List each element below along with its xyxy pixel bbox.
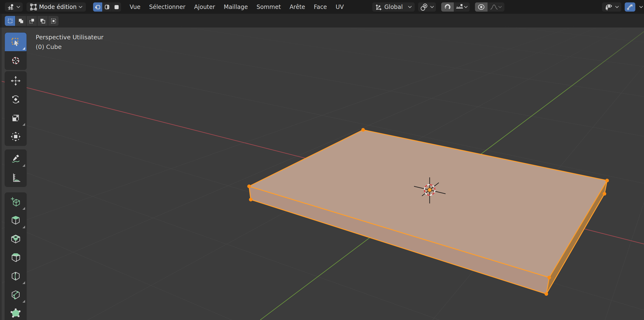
select-subtract-icon bbox=[29, 18, 35, 24]
transform-orientation-dropdown[interactable]: Global bbox=[372, 3, 415, 12]
subtool-indicator bbox=[22, 300, 25, 303]
select-mode-edge-button[interactable] bbox=[102, 3, 112, 12]
toolbar-group-select bbox=[5, 33, 26, 70]
rotate-icon bbox=[10, 94, 21, 105]
transform-icon bbox=[10, 131, 21, 142]
subtool-indicator bbox=[22, 281, 25, 284]
tool-poly-build[interactable] bbox=[5, 304, 26, 320]
add-cube-icon bbox=[10, 196, 21, 208]
menu-uv[interactable]: UV bbox=[336, 4, 344, 10]
overlays-dropdown-partial[interactable] bbox=[639, 6, 643, 8]
tool-measure[interactable] bbox=[5, 168, 26, 187]
proportional-edit-icon bbox=[478, 3, 485, 11]
subtool-indicator bbox=[22, 226, 25, 228]
mode-dropdown[interactable]: Mode édition bbox=[26, 3, 86, 12]
measure-icon bbox=[10, 172, 21, 183]
tool-extrude-region[interactable] bbox=[5, 211, 26, 230]
object-origin-dot[interactable] bbox=[428, 188, 432, 192]
proportional-edit-group bbox=[475, 3, 504, 12]
proportional-falloff-dropdown[interactable] bbox=[488, 3, 504, 12]
editor-type-dropdown[interactable] bbox=[5, 3, 23, 12]
snap-toggle-button[interactable] bbox=[441, 3, 454, 12]
mesh-select-mode-group bbox=[93, 3, 121, 12]
viewport-header: Mode édition V bbox=[0, 0, 644, 14]
subtool-indicator bbox=[22, 207, 25, 210]
tool-knife[interactable] bbox=[5, 285, 26, 304]
chevron-down-icon bbox=[408, 6, 412, 8]
header-menu-bar: Vue Sélectionner Ajouter Maillage Sommet… bbox=[130, 4, 344, 10]
snap-increment-icon bbox=[456, 4, 464, 11]
magnet-icon bbox=[444, 4, 451, 11]
pivot-point-icon bbox=[420, 3, 428, 11]
select-mode-extend-button[interactable] bbox=[15, 16, 26, 26]
menu-ajouter[interactable]: Ajouter bbox=[194, 4, 215, 10]
select-mode-face-button[interactable] bbox=[112, 3, 121, 12]
pivot-point-dropdown[interactable] bbox=[418, 3, 436, 12]
gizmo-icon bbox=[626, 4, 634, 11]
orientation-label: Global bbox=[384, 4, 403, 10]
chevron-down-icon bbox=[78, 6, 82, 8]
chevron-down-icon bbox=[464, 6, 468, 8]
menu-selectionner[interactable]: Sélectionner bbox=[149, 4, 185, 10]
tool-move[interactable] bbox=[5, 72, 26, 90]
chevron-down-icon bbox=[16, 6, 20, 8]
vertex-select-icon bbox=[95, 4, 100, 10]
visibility-eye-icon bbox=[604, 3, 613, 11]
tool-scale[interactable] bbox=[5, 109, 26, 127]
tool-settings-bar bbox=[0, 14, 644, 28]
tool-cursor[interactable] bbox=[5, 51, 26, 70]
tool-bevel[interactable] bbox=[5, 248, 26, 267]
cursor-tool-icon bbox=[10, 55, 21, 66]
select-intersect-icon bbox=[51, 18, 56, 24]
select-difference-icon bbox=[40, 18, 46, 24]
annotate-pen-icon bbox=[10, 154, 21, 164]
selected-vertex[interactable] bbox=[545, 292, 548, 296]
selected-vertex[interactable] bbox=[603, 192, 606, 196]
select-mode-subtract-button[interactable] bbox=[26, 16, 37, 26]
tool-select-box[interactable] bbox=[5, 33, 26, 51]
edge-select-icon bbox=[104, 4, 110, 10]
tool-add-cube[interactable] bbox=[5, 193, 26, 211]
proportional-editing-toggle[interactable] bbox=[475, 3, 488, 12]
mode-dropdown-label: Mode édition bbox=[39, 4, 77, 10]
selected-vertex[interactable] bbox=[248, 185, 251, 188]
active-object-label: (0) Cube bbox=[36, 42, 104, 52]
selected-vertex[interactable] bbox=[249, 198, 253, 201]
select-mode-set-button[interactable] bbox=[5, 16, 15, 26]
menu-face[interactable]: Face bbox=[314, 4, 327, 10]
viewport-3d[interactable] bbox=[0, 14, 644, 320]
tool-annotate[interactable] bbox=[5, 150, 26, 168]
tool-rotate[interactable] bbox=[5, 90, 26, 109]
subtool-indicator bbox=[22, 47, 25, 50]
toolbar-group-transform bbox=[5, 72, 26, 146]
snap-with-dropdown[interactable] bbox=[454, 3, 470, 12]
selected-vertex[interactable] bbox=[362, 128, 365, 132]
area-left-border bbox=[0, 14, 2, 320]
select-box-icon bbox=[10, 37, 21, 47]
select-mode-intersect-button[interactable] bbox=[48, 16, 58, 26]
menu-vue[interactable]: Vue bbox=[130, 4, 140, 10]
tool-loop-cut[interactable] bbox=[5, 267, 26, 285]
selected-vertex[interactable] bbox=[606, 179, 609, 182]
scale-icon bbox=[10, 113, 21, 123]
bevel-icon bbox=[10, 252, 21, 263]
menu-arete[interactable]: Arête bbox=[290, 4, 305, 10]
tool-inset-faces[interactable] bbox=[5, 230, 26, 248]
view-name-label: Perspective Utilisateur bbox=[36, 33, 104, 42]
poly-build-icon bbox=[10, 308, 21, 319]
selected-vertex[interactable] bbox=[548, 276, 551, 279]
viewport-overlay-text: Perspective Utilisateur (0) Cube bbox=[36, 33, 104, 52]
menu-sommet[interactable]: Sommet bbox=[256, 4, 281, 10]
editor-3d-viewport-icon bbox=[7, 4, 14, 11]
tool-transform[interactable] bbox=[5, 127, 26, 146]
blender-window: Perspective Utilisateur (0) Cube Mode éd… bbox=[0, 0, 644, 320]
select-mode-difference-button[interactable] bbox=[37, 16, 48, 26]
chevron-down-icon bbox=[615, 6, 619, 8]
chevron-down-icon bbox=[430, 6, 434, 8]
subtool-indicator bbox=[22, 123, 25, 126]
show-gizmo-toggle[interactable] bbox=[625, 3, 635, 12]
menu-maillage[interactable]: Maillage bbox=[224, 4, 248, 10]
show-hide-dropdown[interactable] bbox=[602, 3, 621, 12]
extrude-region-icon bbox=[10, 215, 21, 226]
select-mode-vertex-button[interactable] bbox=[93, 3, 102, 12]
